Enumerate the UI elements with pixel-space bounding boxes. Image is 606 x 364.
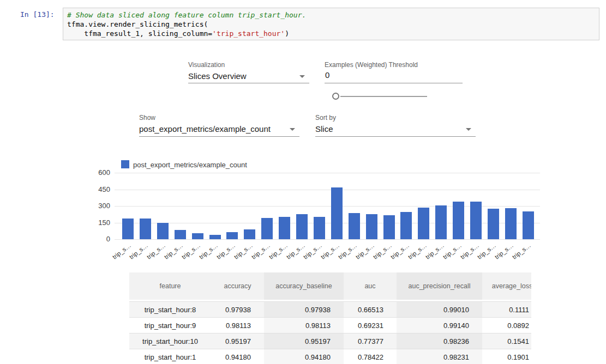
- chart-bar[interactable]: [418, 208, 429, 239]
- table-cell: 0.99140: [397, 318, 482, 333]
- table-row: trip_start_hour:90.981130.981130.692310.…: [129, 318, 531, 333]
- metrics-table: featureaccuracyaccuracy_baselineaucauc_p…: [129, 272, 531, 364]
- chevron-down-icon[interactable]: [290, 128, 295, 131]
- header-cell: accuracy: [211, 272, 264, 300]
- table-cell: 0.69231: [344, 318, 397, 333]
- chart-bar[interactable]: [192, 233, 203, 239]
- table-row: trip_start_hour:80.979380.979380.665130.…: [129, 302, 531, 318]
- table-cell: 0.95197: [211, 333, 264, 349]
- table-cell: 0.98236: [397, 333, 482, 349]
- sort-by-select[interactable]: Slice: [315, 124, 333, 134]
- chart-bar[interactable]: [209, 235, 221, 239]
- table-cell: 0.98113: [211, 318, 264, 333]
- chart-bar[interactable]: [296, 214, 308, 239]
- table-cell: 0.94180: [211, 349, 264, 364]
- table-cell: 0.97938: [211, 302, 264, 317]
- table-cell: 0.1111: [482, 302, 531, 317]
- chart-bar[interactable]: [523, 211, 534, 239]
- table-cell: 0.95197: [264, 333, 344, 349]
- chart-bar[interactable]: [122, 219, 134, 239]
- table-header-row: featureaccuracyaccuracy_baselineaucauc_p…: [129, 272, 531, 300]
- y-tick-label: 450: [86, 185, 110, 193]
- header-cell: accuracy_baseline: [264, 272, 344, 300]
- table-cell: trip_start_hour:10: [129, 333, 211, 349]
- chart-bar[interactable]: [366, 214, 377, 239]
- y-tick-label: 150: [86, 219, 110, 227]
- table-cell: 0.97938: [264, 302, 344, 317]
- chart-plot: 0150300450600trip_s…trip_s…trip_s…trip_s…: [115, 173, 540, 239]
- table-cell: 0.1541: [482, 333, 531, 349]
- header-cell: auc: [344, 272, 397, 300]
- header-cell: feature: [129, 272, 211, 300]
- threshold-underline: [325, 83, 463, 83]
- y-tick-label: 300: [86, 202, 110, 210]
- show-select[interactable]: post_export_metrics/example_count: [139, 124, 271, 134]
- chart-bar[interactable]: [470, 202, 482, 239]
- chart-bar[interactable]: [331, 187, 343, 239]
- table-cell: 0.94180: [264, 349, 344, 364]
- chart-bar[interactable]: [279, 217, 290, 239]
- chart-bar[interactable]: [383, 215, 395, 239]
- threshold-label: Examples (Weighted) Threshold: [325, 61, 418, 69]
- sort-by-label: Sort by: [315, 114, 336, 122]
- chart-bar[interactable]: [314, 217, 325, 239]
- show-underline: [139, 136, 299, 137]
- table-cell: 0.99010: [397, 302, 482, 317]
- chart-bar[interactable]: [140, 219, 151, 239]
- table-cell: 0.98231: [397, 349, 482, 364]
- code-line: tfma_result_1, slicing_column=: [67, 29, 212, 38]
- gridline: [115, 190, 540, 190]
- threshold-input[interactable]: [325, 70, 460, 80]
- legend-color-swatch: [121, 160, 129, 168]
- y-tick-label: 600: [86, 168, 110, 177]
- chart-bar[interactable]: [349, 213, 360, 239]
- chart-bar[interactable]: [175, 230, 186, 239]
- chart-bar[interactable]: [226, 232, 238, 239]
- chart-bar[interactable]: [400, 212, 412, 239]
- table-body: trip_start_hour:80.979380.979380.665130.…: [129, 301, 531, 364]
- chart-bar[interactable]: [261, 218, 273, 239]
- chart-bar[interactable]: [453, 202, 464, 239]
- visualization-underline: [188, 83, 309, 83]
- threshold-slider-track[interactable]: [340, 96, 427, 97]
- threshold-slider-thumb[interactable]: [332, 93, 339, 100]
- code-comment: # Show data sliced along feature column …: [67, 11, 306, 19]
- jupyter-prompt: In [13]:: [20, 10, 55, 19]
- chart-bar[interactable]: [435, 205, 447, 239]
- visualization-label: Visualization: [188, 61, 225, 69]
- table-cell: 0.78422: [344, 349, 397, 364]
- chevron-down-icon[interactable]: [466, 128, 471, 131]
- code-line: ): [285, 29, 289, 38]
- show-label: Show: [139, 114, 155, 122]
- table-row: trip_start_hour:100.951970.951970.773770…: [129, 333, 531, 349]
- code-cell[interactable]: # Show data sliced along feature column …: [63, 8, 599, 40]
- code-line: tfma.view.render_slicing_metrics(: [67, 20, 208, 28]
- table-cell: 0.0892: [482, 318, 531, 333]
- gridline: [115, 239, 540, 240]
- sort-by-underline: [315, 136, 476, 137]
- visualization-select[interactable]: Slices Overview: [188, 71, 247, 81]
- chart-bar[interactable]: [244, 229, 255, 239]
- y-tick-label: 0: [86, 235, 110, 243]
- header-cell: auc_precision_recall: [397, 272, 482, 300]
- table-cell: trip_start_hour:8: [129, 302, 211, 317]
- table-row: trip_start_hour:10.941800.941800.784220.…: [129, 349, 531, 364]
- chart-bar[interactable]: [488, 209, 499, 239]
- chart-bar[interactable]: [157, 223, 169, 239]
- code-string: 'trip_start_hour': [212, 29, 285, 38]
- table-cell: trip_start_hour:1: [129, 349, 211, 364]
- table-cell: trip_start_hour:9: [129, 318, 211, 333]
- table-cell: 0.98113: [264, 318, 344, 333]
- gridline: [115, 173, 540, 173]
- chevron-down-icon[interactable]: [299, 75, 305, 78]
- table-cell: 0.77377: [344, 333, 397, 349]
- table-cell: 0.66513: [344, 302, 397, 317]
- page: { "notebook": { "prompt": "In [13]:", "c…: [0, 0, 606, 364]
- table-cell: 0.1901: [482, 349, 531, 364]
- header-cell: average_loss: [482, 272, 531, 300]
- chart-bar[interactable]: [505, 208, 517, 239]
- legend-label: post_export_metrics/example_count: [133, 161, 247, 169]
